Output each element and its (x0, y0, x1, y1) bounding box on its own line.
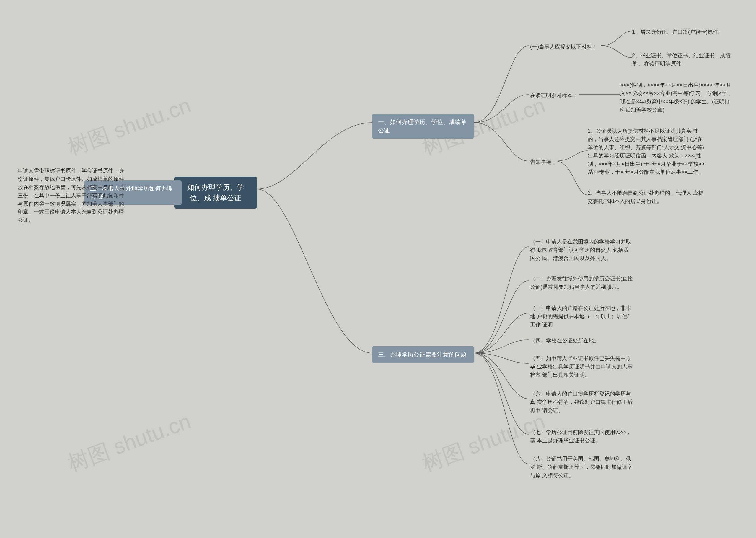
b1-c2-label: 在读证明参考样本： (530, 91, 578, 100)
b3-l2: （二）办理发往域外使用的学历公证书(直接 公证)通常需要加贴当事人的近期照片。 (530, 275, 633, 291)
root-node[interactable]: 如何办理学历、学位、成 绩单公证 (174, 177, 257, 209)
branch-node-1[interactable]: 一、如何办理学历、学位、成绩单 公证 (372, 114, 474, 138)
b3-l1: （一）申请人是在我国境内的学校学习并取得 我国教育部门认可学历的自然人,包括我国… (530, 238, 633, 263)
b3-l7: （七）学历公证目前除发往美国使用以外，基 本上是办理毕业证书公证。 (530, 428, 633, 445)
root-title: 如何办理学历、学位、成 绩单公证 (187, 183, 244, 202)
b1-c3-l2: 2、当事人不能亲自到公证处办理的，代理人 应提交委托书和本人的居民身份证。 (588, 189, 706, 206)
b3-l3: （三）申请人的户籍在公证处所在地，非本地 户籍的需提供在本地（一年以上）居住/工… (530, 304, 633, 329)
connectors (0, 0, 756, 538)
watermark: 树图 shutu.cn (419, 407, 549, 478)
b3-l5: （五）如申请人毕业证书原件已丢失需由原毕 业学校出具学历证明书并由申请人的人事档… (530, 354, 633, 379)
b1-c2-leaf: ×××(性别，××××年××月××日出生)×××× 年××月入××学校××系××… (620, 81, 732, 114)
b1-c3-l1: 1、公证员认为所提供材料不足以证明其真实 性的，当事人还应提交由其人事档案管理部… (588, 127, 706, 176)
b3-l6: （六）申请人的户口簿学历栏登记的学历与真 实学历不符的，建议对户口簿进行修正后再… (530, 390, 633, 415)
b1-c1-l2: 2、毕业证书、学位证书、结业证书、成绩单 、在读证明等原件。 (632, 52, 735, 68)
b2-leaf: 申请人需带职称证书原件，学位证书原件，身 份证原件，集体户口卡原件。如成绩单的原… (18, 167, 130, 225)
b1-c3-label: 告知事项： (530, 158, 557, 166)
watermark: 树图 shutu.cn (64, 407, 195, 478)
branch-node-3[interactable]: 三、办理学历公证需要注意的问题 (372, 346, 474, 363)
branch-1-title: 一、如何办理学历、学位、成绩单 公证 (378, 119, 467, 134)
b3-l4: （四）学校在公证处所在地。 (530, 337, 599, 345)
b1-c1-l1: 1、居民身份证、户口簿(户籍卡)原件; (632, 28, 720, 36)
b1-c1-label: (一)当事人应提交以下材料： (530, 43, 597, 51)
branch-3-title: 三、办理学历公证需要注意的问题 (378, 351, 467, 358)
watermark: 树图 shutu.cn (64, 91, 195, 162)
b3-l8: （八）公证书用于美国、韩国、奥地利、俄罗 斯、哈萨克斯坦等国，需要同时加做译文与… (530, 455, 633, 480)
